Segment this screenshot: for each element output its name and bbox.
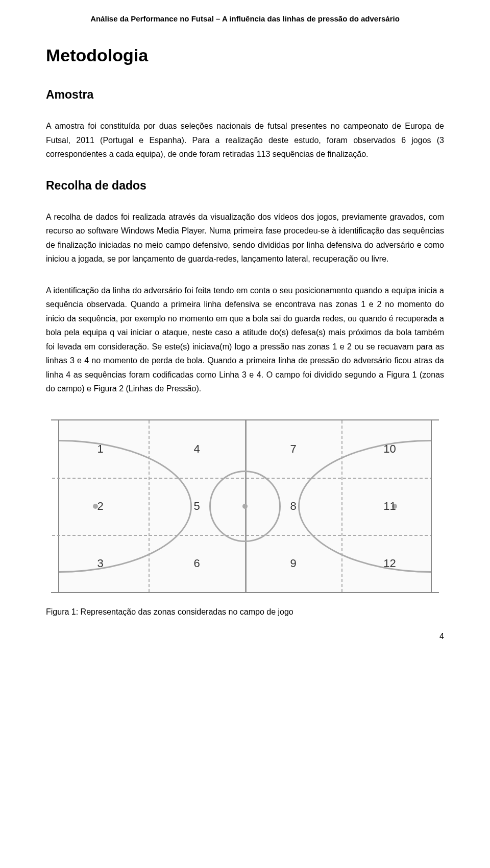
penalty-area-left xyxy=(59,440,192,573)
page-number: 4 xyxy=(46,632,444,641)
section-heading-amostra: Amostra xyxy=(46,88,444,102)
zone-label-1: 1 xyxy=(97,442,103,456)
recolha-para-2: A identificação da linha do adversário f… xyxy=(46,284,444,396)
zone-label-5: 5 xyxy=(193,500,200,513)
amostra-body: A amostra foi constituída por duas seleç… xyxy=(46,119,444,161)
zone-label-3: 3 xyxy=(97,557,103,570)
section-heading-recolha: Recolha de dados xyxy=(46,179,444,193)
zone-label-11: 11 xyxy=(383,500,396,513)
zone-label-6: 6 xyxy=(193,557,200,570)
futsal-court-figure: 1 4 7 10 2 5 8 11 3 6 9 12 xyxy=(51,419,439,593)
penalty-area-right xyxy=(298,440,431,573)
center-circle xyxy=(209,471,281,542)
recolha-para-1: A recolha de dados foi realizada através… xyxy=(46,210,444,266)
zone-label-2: 2 xyxy=(97,500,103,513)
running-header: Análise da Performance no Futsal – A inf… xyxy=(46,14,444,23)
zone-label-12: 12 xyxy=(383,557,396,570)
zone-label-8: 8 xyxy=(290,500,296,513)
zone-label-9: 9 xyxy=(290,557,296,570)
page-title: Metodologia xyxy=(46,45,444,65)
zone-label-7: 7 xyxy=(290,442,296,456)
zone-label-10: 10 xyxy=(383,442,396,456)
figure-1-caption: Figura 1: Representação das zonas consid… xyxy=(46,607,444,617)
figure-1-wrap: 1 4 7 10 2 5 8 11 3 6 9 12 xyxy=(46,419,444,593)
zone-label-4: 4 xyxy=(193,442,200,456)
